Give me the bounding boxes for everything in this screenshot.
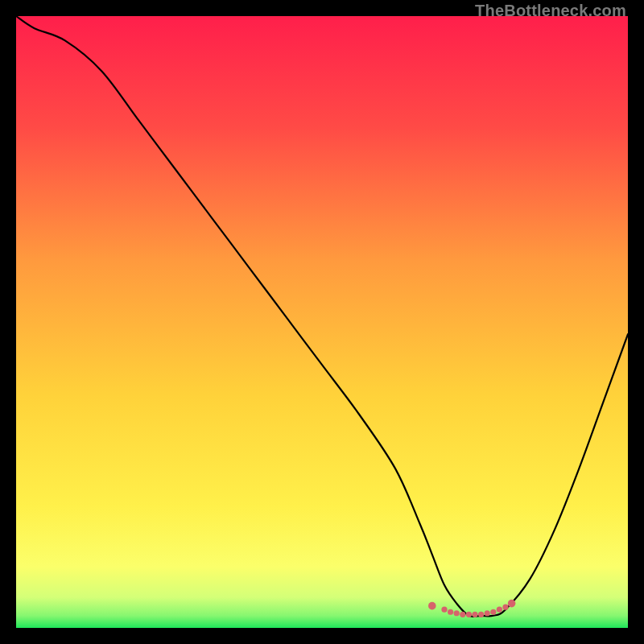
plot-area bbox=[16, 16, 628, 628]
frame: TheBottleneck.com bbox=[0, 0, 644, 644]
watermark-text: TheBottleneck.com bbox=[475, 2, 626, 20]
svg-rect-0 bbox=[16, 16, 628, 628]
gradient-background bbox=[16, 16, 628, 628]
